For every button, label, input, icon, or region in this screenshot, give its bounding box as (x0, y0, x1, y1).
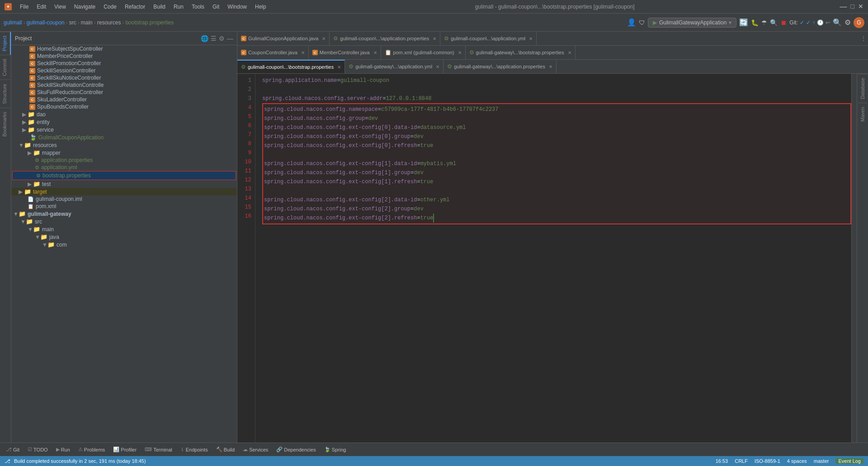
tree-item-seckillsession[interactable]: C SeckillSessionController (11, 67, 237, 74)
tree-item-seckillskuNotice[interactable]: C SeckillSkuNoticeController (11, 74, 237, 81)
avatar[interactable]: G (854, 17, 864, 28)
sidebar-item-commit[interactable]: Commit (0, 55, 11, 80)
tree-item-seckillpromo[interactable]: C SeckillPromotionController (11, 60, 237, 67)
tree-item-iml[interactable]: 📄 gulimall-coupon.iml (11, 195, 237, 203)
tree-item-bootstrap[interactable]: ⚙ bootstrap.properties (12, 171, 236, 180)
close-button[interactable]: ✕ (858, 3, 863, 11)
tree-item-gateway[interactable]: ▼ 📁 gulimall-gateway (11, 210, 237, 218)
sidebar-item-maven[interactable]: Maven (858, 103, 867, 125)
bottom-problems-btn[interactable]: ⚠ Problems (75, 446, 108, 453)
bottom-run-btn[interactable]: ▶ Run (52, 446, 74, 453)
tab-appyml[interactable]: ⚙ gulimall-coupon\...\application.yml ✕ (440, 32, 537, 45)
tree-item-gwmain[interactable]: ▼ 📁 main (11, 225, 237, 233)
tree-item-target[interactable]: ▶ 📁 target (11, 188, 237, 195)
breadcrumb-coupon[interactable]: gulimall-coupon (27, 19, 65, 26)
tree-item-test[interactable]: ▶ 📁 test (11, 180, 237, 188)
tree-item-skufull[interactable]: C SkuFullReductionController (11, 89, 237, 96)
run-config-selector[interactable]: ▶ GulimallGatewayApplication ▾ (648, 18, 736, 28)
menu-run[interactable]: Run (170, 3, 187, 11)
tree-item-spubounds[interactable]: C SpuBoundsController (11, 103, 237, 110)
bottom-endpoints-btn[interactable]: ⤹ Endpoints (177, 446, 212, 453)
project-layout-icon[interactable]: ☰ (211, 35, 217, 42)
status-branch[interactable]: master (814, 458, 829, 464)
tree-item-service[interactable]: ▶ 📁 service (11, 126, 237, 133)
bottom-build-btn[interactable]: 🔨 Build (212, 446, 238, 453)
editor-code[interactable]: spring.application.name=gulimall-coupon … (255, 74, 851, 442)
tree-item-pomxml[interactable]: 📋 pom.xml (11, 203, 237, 210)
status-line-ending[interactable]: CRLF (735, 458, 748, 464)
minimize-button[interactable]: — (840, 3, 847, 11)
menu-view[interactable]: View (51, 3, 70, 11)
status-eventlog[interactable]: Event Log (835, 458, 863, 464)
menu-tools[interactable]: Tools (188, 3, 208, 11)
sync-icon[interactable]: 🔄 (739, 18, 748, 27)
tab-close-couponapplication[interactable]: ✕ (322, 36, 326, 41)
tree-item-gwcom[interactable]: ▼ 📁 com (11, 241, 237, 248)
tab-close-couponcontroller[interactable]: ✕ (301, 50, 305, 55)
tree-item-gwjava[interactable]: ▼ 📁 java (11, 233, 237, 241)
menu-git[interactable]: Git (209, 3, 223, 11)
coverage-icon[interactable]: ☂ (761, 19, 767, 26)
tree-item-mapper[interactable]: ▶ 📁 mapper (11, 149, 237, 157)
menu-build[interactable]: Build (150, 3, 169, 11)
tab-close-appprops[interactable]: ✕ (433, 36, 436, 41)
tree-item-resources[interactable]: ▼ 📁 resources (11, 141, 237, 149)
menu-window[interactable]: Window (224, 3, 250, 11)
tab-couponcontroller[interactable]: C CouponController.java ✕ (237, 46, 309, 59)
stop-icon[interactable]: ⏹ (780, 19, 787, 26)
sidebar-item-project[interactable]: Project (0, 32, 11, 55)
tree-item-homesubject[interactable]: C HomeSubjectSpuController (11, 45, 237, 52)
debug-icon[interactable]: 🐛 (751, 19, 759, 26)
menu-navigate[interactable]: Navigate (71, 3, 99, 11)
shield-icon[interactable]: 🛡 (639, 19, 645, 26)
sidebar-item-database[interactable]: Database (858, 74, 867, 103)
tree-item-gwsrc[interactable]: ▼ 📁 src (11, 218, 237, 225)
git-rollback-icon[interactable]: ↩ (826, 19, 830, 26)
tree-item-seckillskurel[interactable]: C SeckillSkuRelationControlle (11, 81, 237, 89)
sidebar-item-structure[interactable]: Structure (0, 80, 11, 108)
tab-close-membercontroller[interactable]: ✕ (373, 50, 377, 55)
tree-item-appclass[interactable]: 🍃 GulimallCouponApplication (11, 133, 237, 141)
bottom-todo-btn[interactable]: ☑ TODO (24, 446, 52, 453)
git-check-icon2[interactable]: ✓ (806, 19, 811, 26)
breadcrumb-resources[interactable]: resources (97, 19, 121, 26)
tabs-overflow-icon[interactable]: ⋮ (859, 32, 868, 45)
menu-code[interactable]: Code (100, 3, 120, 11)
search-icon[interactable]: 🔍 (833, 18, 842, 27)
bottom-terminal-btn[interactable]: ⌨ Terminal (141, 446, 176, 453)
breadcrumb-gulimall[interactable]: gulimall (4, 19, 22, 26)
breadcrumb-src[interactable]: src (69, 19, 76, 26)
tab-couponapplication[interactable]: C GulimallCouponApplication.java ✕ (237, 32, 330, 45)
bottom-git-btn[interactable]: ⎇ Git (2, 446, 23, 453)
tab-gwbootstrap[interactable]: ⚙ gulimall-gateway\...\bootstrap.propert… (466, 46, 576, 59)
profile-icon[interactable]: 🔍 (770, 19, 778, 26)
status-encoding[interactable]: ISO-8859-1 (755, 458, 780, 464)
project-gear-icon[interactable]: ⚙ (219, 35, 225, 42)
git-update-icon[interactable]: ↑ (812, 19, 815, 26)
tab-close-pomxml[interactable]: ✕ (458, 50, 462, 55)
tab-pomxml[interactable]: 📋 pom.xml (gulimall-common) ✕ (381, 46, 466, 59)
breadcrumb-file[interactable]: bootstrap.properties (125, 19, 174, 26)
bottom-profiler-btn[interactable]: 📊 Profiler (109, 446, 140, 453)
tab-close-gwappprop[interactable]: ✕ (549, 64, 552, 69)
vcs-icon[interactable]: 👤 (627, 18, 636, 27)
tab-appprops[interactable]: ⚙ gulimall-coupon\...\application.proper… (330, 32, 440, 45)
sidebar-item-bookmarks[interactable]: Bookmarks (0, 108, 11, 140)
editor-scrollbar[interactable] (851, 74, 857, 442)
tab-bootstrap-active[interactable]: ⚙ gulimall-coupon\...\bootstrap.properti… (237, 60, 345, 73)
bottom-spring-btn[interactable]: 🍃 Spring (321, 446, 350, 453)
git-history-icon[interactable]: 🕐 (817, 19, 824, 26)
tab-gwappprop[interactable]: ⚙ gulimall-gateway\...\application.prope… (443, 60, 557, 73)
tab-close-bootstrap-active[interactable]: ✕ (337, 65, 341, 70)
tree-item-entity[interactable]: ▶ 📁 entity (11, 118, 237, 126)
status-indent[interactable]: 4 spaces (787, 458, 807, 464)
tab-close-appyml[interactable]: ✕ (529, 36, 533, 41)
settings-icon[interactable]: ⚙ (844, 18, 851, 27)
project-minimize-icon[interactable]: — (227, 35, 233, 42)
menu-refactor[interactable]: Refactor (121, 3, 149, 11)
bottom-services-btn[interactable]: ☁ Services (239, 446, 272, 453)
menu-help[interactable]: Help (251, 3, 270, 11)
maximize-button[interactable]: □ (851, 3, 854, 11)
tab-close-gwbootstrap[interactable]: ✕ (568, 50, 571, 55)
tree-item-appyml[interactable]: ⚙ application.yml (11, 164, 237, 171)
